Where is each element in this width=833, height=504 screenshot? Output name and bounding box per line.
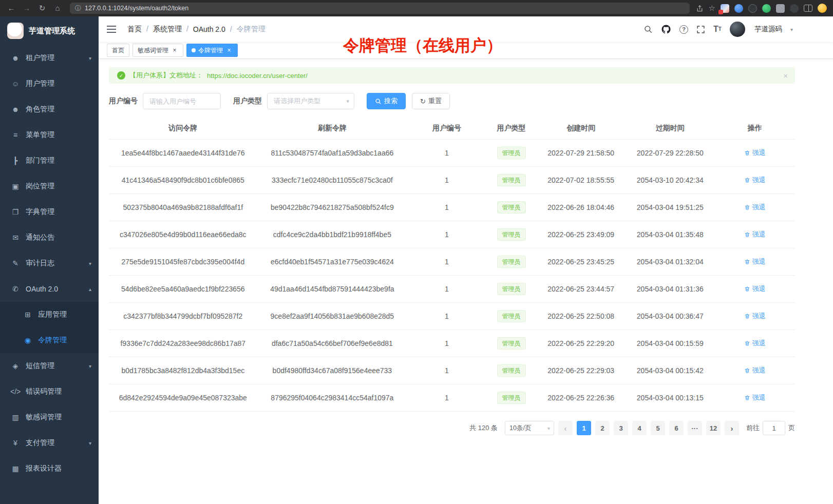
- page-button-5[interactable]: 5: [651, 421, 665, 435]
- access-token-cell: 41c41346a548490f9dc8b01c6bfe0865: [109, 167, 257, 194]
- browser-profile-avatar[interactable]: [818, 4, 827, 13]
- force-logout-button[interactable]: 强退: [744, 312, 766, 321]
- user-avatar[interactable]: [730, 22, 745, 37]
- access-token-cell: 6d842e2924594de9a09e45e087323abe: [109, 384, 257, 412]
- prev-page-button[interactable]: ‹: [558, 421, 573, 435]
- force-logout-button[interactable]: 强退: [744, 339, 766, 348]
- page-button-1[interactable]: 1: [577, 421, 591, 435]
- search-button[interactable]: 搜索: [367, 93, 406, 109]
- breadcrumb-system[interactable]: 系统管理: [153, 25, 193, 34]
- browser-forward-icon[interactable]: →: [21, 2, 33, 14]
- force-logout-button[interactable]: 强退: [744, 284, 766, 294]
- force-logout-button[interactable]: 强退: [744, 257, 766, 266]
- page-button-3[interactable]: 3: [614, 421, 628, 435]
- sidebar-item-user[interactable]: ☺ 用户管理: [0, 71, 99, 96]
- sidebar-item-notice[interactable]: ✉ 通知公告: [0, 225, 99, 250]
- breadcrumb-home[interactable]: 首页: [127, 25, 153, 34]
- sidebar-item-oauth-app[interactable]: ⊞ 应用管理: [0, 302, 99, 327]
- url-text: 127.0.0.1:1024/system/oauth2/token: [85, 5, 188, 12]
- logo-bar[interactable]: 芋道管理系统: [0, 16, 99, 45]
- force-logout-button[interactable]: 强退: [744, 176, 766, 185]
- sidebar-menu: ☻ 租户管理 ▾ ☺ 用户管理 ☻ 角色管理 ≡ 菜单管理 ┣: [0, 45, 99, 481]
- sidebar-item-oauth[interactable]: ✆ OAuth 2.0 ▴: [0, 276, 99, 302]
- page-button-6[interactable]: 6: [669, 421, 684, 435]
- extension-blue-icon[interactable]: [734, 4, 743, 13]
- alert-close-icon[interactable]: ×: [783, 71, 788, 80]
- user-type-select[interactable]: 请选择用户类型 ▾: [267, 93, 354, 109]
- user-id-input[interactable]: [143, 93, 221, 109]
- tab-sensitive-words[interactable]: 敏感词管理 ×: [132, 44, 183, 57]
- extension-badge-icon[interactable]: [721, 4, 729, 13]
- bookmark-star-icon[interactable]: ☆: [709, 4, 715, 13]
- sidebar-item-dict[interactable]: ❐ 字典管理: [0, 199, 99, 225]
- browser-home-icon[interactable]: ⌂: [51, 2, 64, 14]
- user-icon: ☺: [10, 80, 21, 88]
- sidebar-item-report-designer[interactable]: ▦ 报表设计器: [0, 456, 99, 481]
- user-id-cell: 1: [407, 221, 486, 248]
- user-type-badge: 管理员: [497, 228, 526, 241]
- reset-button[interactable]: ↻ 重置: [412, 93, 450, 109]
- breadcrumb-oauth[interactable]: OAuth 2.0: [193, 25, 237, 33]
- goto-page-input[interactable]: [763, 421, 785, 435]
- next-page-button[interactable]: ›: [725, 421, 739, 435]
- search-icon: [375, 98, 382, 105]
- sidebar-item-post[interactable]: ▣ 岗位管理: [0, 173, 99, 199]
- split-screen-icon[interactable]: [804, 5, 812, 12]
- share-icon[interactable]: [696, 5, 704, 12]
- refresh-token-cell: dfa6c71a50a54c66bef706ef9e6e8d81: [257, 330, 408, 357]
- user-id-cell: 1: [407, 167, 486, 194]
- user-type-cell: 管理员: [486, 194, 537, 221]
- doc-link[interactable]: https://doc.iocoder.cn/user-center/: [207, 72, 308, 80]
- extensions-puzzle-icon[interactable]: [776, 4, 785, 13]
- table-row: f9336e7c7dd242a283ee98dc86b17a87 dfa6c71…: [109, 330, 795, 357]
- site-info-icon[interactable]: ⓘ: [75, 4, 81, 13]
- close-icon[interactable]: ×: [171, 47, 178, 54]
- page-ellipsis-button[interactable]: ···: [688, 421, 702, 435]
- search-icon[interactable]: [643, 25, 653, 34]
- page-button-12[interactable]: 12: [706, 421, 721, 435]
- font-size-icon[interactable]: TT: [713, 25, 722, 33]
- force-logout-button[interactable]: 强退: [744, 148, 766, 158]
- tab-token[interactable]: 令牌管理 ×: [186, 44, 238, 57]
- extension-dark-icon[interactable]: [748, 4, 757, 13]
- sidebar-item-dept[interactable]: ┣ 部门管理: [0, 148, 99, 173]
- page-size-select[interactable]: 10条/页 ▾: [505, 421, 554, 435]
- notification-badge: [718, 10, 723, 14]
- browser-url-bar[interactable]: ⓘ 127.0.0.1:1024/system/oauth2/token: [70, 3, 690, 14]
- sidebar-item-menu[interactable]: ≡ 菜单管理: [0, 122, 99, 148]
- table-row: c342377bf8b344799dcbf7bf095287f2 9ce8ef2…: [109, 303, 795, 330]
- sidebar-item-error-code[interactable]: </> 错误码管理: [0, 379, 99, 404]
- breadcrumb: 首页 系统管理 OAuth 2.0 令牌管理: [127, 25, 266, 34]
- sidebar-collapse-icon[interactable]: [107, 26, 116, 33]
- extension-ghost-icon[interactable]: [790, 4, 799, 13]
- created-cell: 2022-06-25 23:49:09: [536, 221, 626, 248]
- sidebar-item-audit-log[interactable]: ✎ 审计日志 ▾: [0, 250, 99, 276]
- extension-green-icon[interactable]: [762, 4, 771, 13]
- force-logout-button[interactable]: 强退: [744, 230, 766, 239]
- force-logout-button[interactable]: 强退: [744, 393, 766, 402]
- sidebar-item-sensitive-words[interactable]: ▥ 敏感词管理: [0, 404, 99, 430]
- close-icon[interactable]: ×: [225, 47, 233, 54]
- sidebar-item-tenant[interactable]: ☻ 租户管理 ▾: [0, 45, 99, 71]
- fullscreen-icon[interactable]: [696, 25, 705, 34]
- help-icon[interactable]: ?: [679, 25, 688, 34]
- force-logout-button[interactable]: 强退: [744, 366, 766, 375]
- screen: ← → ↻ ⌂ ⓘ 127.0.0.1:1024/system/oauth2/t…: [0, 0, 833, 504]
- page-button-4[interactable]: 4: [632, 421, 647, 435]
- user-name[interactable]: 芋道源码: [754, 25, 782, 34]
- audit-log-icon: ✎: [10, 259, 21, 267]
- expires-cell: 2054-03-04 01:31:36: [626, 276, 715, 303]
- force-logout-button[interactable]: 强退: [744, 203, 766, 212]
- sidebar-item-role[interactable]: ☻ 角色管理: [0, 96, 99, 122]
- sidebar-item-payment[interactable]: ¥ 支付管理 ▾: [0, 430, 99, 456]
- access-token-cell: b0d1785bc3a8482f812db4a3f3bd15ec: [109, 357, 257, 384]
- pagination: 共 120 条 10条/页 ▾ ‹ 1 2 3 4 5 6 ··· 12 ›: [109, 421, 795, 435]
- sidebar-item-oauth-token[interactable]: ◉ 令牌管理: [0, 327, 99, 353]
- created-cell: 2022-07-02 18:55:55: [536, 167, 626, 194]
- browser-reload-icon[interactable]: ↻: [36, 2, 48, 14]
- browser-back-icon[interactable]: ←: [5, 2, 17, 14]
- page-button-2[interactable]: 2: [595, 421, 610, 435]
- sidebar-item-sms[interactable]: ◈ 短信管理 ▾: [0, 353, 99, 379]
- tab-home[interactable]: 首页: [107, 44, 129, 57]
- github-icon[interactable]: [661, 24, 671, 34]
